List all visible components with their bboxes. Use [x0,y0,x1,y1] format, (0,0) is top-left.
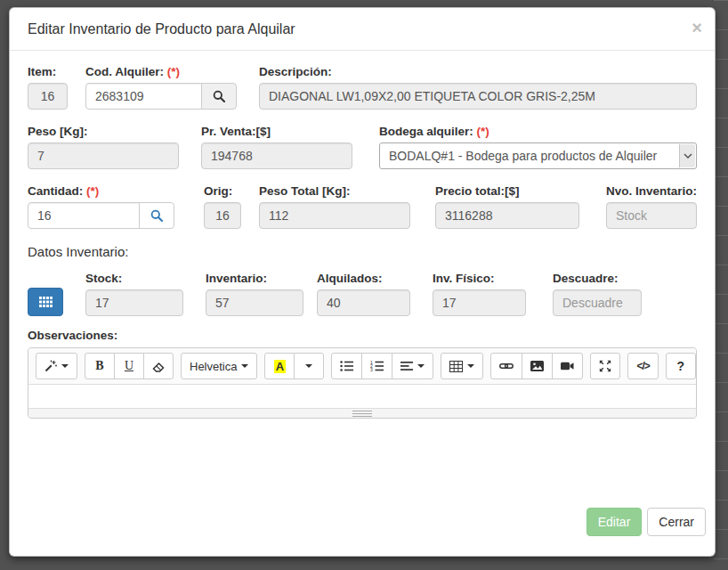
nvo-inventario-label: Nvo. Inventario: [606,184,697,198]
ul-icon [340,361,353,371]
image-icon-button[interactable] [522,353,553,379]
editor-toolbar: B U Helvetica A [28,348,696,385]
svg-text:3: 3 [370,367,373,371]
row-datos-inventario: Stock: Inventario: Alquilados: Inv. Físi… [28,272,697,316]
row-peso-venta-bodega: Peso [Kg]: Pr. Venta:[$] Bodega alquiler… [28,125,697,169]
modal-title: Editar Inventario de Producto para Alqui… [28,21,700,37]
image-icon [530,361,544,371]
view-fullscreen-group [590,353,620,379]
link-button[interactable] [490,353,522,379]
search-icon [150,209,163,222]
descuadre-field [553,289,642,316]
table-button[interactable] [441,353,483,379]
bodega-alquiler-select[interactable]: BODALQ#1 - Bodega para productos de Alqu… [379,142,697,169]
bodega-alquiler-label: Bodega alquiler: (*) [379,125,697,138]
table-group [441,353,483,379]
modal-body: Item: Cod. Alquiler: (*) Descripción: [10,51,715,419]
descuadre-label: Descuadre: [553,272,642,285]
peso-label: Peso [Kg]: [28,125,179,138]
font-color-dropdown-button[interactable] [294,353,324,379]
cantidad-search-button[interactable] [139,202,174,229]
font-family-group: Helvetica [181,353,257,379]
arrows-alt-icon [599,360,611,372]
stock-field [85,289,183,316]
font-style-group: B U [85,353,174,379]
peso-total-label: Peso Total [Kg]: [259,184,410,198]
item-label: Item: [28,65,68,78]
style-group [36,353,77,379]
cod-alquiler-label: Cod. Alquiler: (*) [85,65,237,78]
pr-venta-label: Pr. Venta:[$] [201,125,352,138]
modal-footer: Editar Cerrar [586,508,706,536]
paragraph-align-button[interactable] [392,353,433,379]
observaciones-editor: B U Helvetica A [28,347,697,419]
caret-down-icon [467,364,474,368]
required-asterisk: (*) [477,125,489,138]
nvo-inventario-field [606,202,697,229]
bodega-selected-option: BODALQ#1 - Bodega para productos de Alqu… [389,149,657,163]
cod-alquiler-search-button[interactable] [201,83,237,110]
stock-label: Stock: [85,272,183,285]
help-button[interactable]: ? [666,353,696,379]
search-icon [213,90,225,102]
color-group: A [264,353,324,379]
descripcion-label: Descripción: [259,65,697,78]
insert-group [490,353,583,379]
orig-label: Orig: [204,184,241,198]
observaciones-label: Observaciones: [28,329,697,342]
chevron-down-icon [679,144,695,167]
video-camera-icon [561,362,574,370]
font-color-button[interactable]: A [264,353,295,379]
observaciones-editable-area[interactable] [28,385,696,408]
modal-header: Editar Inventario de Producto para Alqui… [10,8,715,51]
peso-total-field [259,202,410,229]
inventario-field [206,289,303,316]
table-icon [449,361,463,372]
edit-inventory-modal: Editar Inventario de Producto para Alqui… [9,7,716,557]
datos-inventario-heading: Datos Inventario: [28,244,697,259]
codeview-group: </> [627,353,658,379]
precio-total-field [435,202,579,229]
font-family-button[interactable]: Helvetica [181,353,257,379]
pr-venta-field [201,142,352,169]
close-icon[interactable]: × [692,19,702,37]
caret-down-icon [305,364,312,368]
descripcion-field [259,83,697,110]
chain-link-icon [499,360,514,372]
underline-button[interactable]: U [114,353,144,379]
inventario-label: Inventario: [206,272,303,285]
row-item-cod-descripcion: Item: Cod. Alquiler: (*) Descripción: [28,65,697,110]
editar-button[interactable]: Editar [586,508,643,536]
fullscreen-button[interactable] [590,353,620,379]
editor-resize-bar[interactable] [28,408,696,418]
paragraph-group: 123 [331,353,433,379]
clear-format-button[interactable] [143,353,174,379]
cod-alquiler-field[interactable] [85,83,202,110]
inv-fisico-label: Inv. Físico: [433,272,526,285]
cantidad-label: Cantidad: (*) [28,184,174,198]
orig-field [204,202,241,229]
codeview-button[interactable]: </> [627,353,658,379]
cerrar-button[interactable]: Cerrar [647,508,706,536]
ordered-list-button[interactable]: 123 [361,353,392,379]
unordered-list-button[interactable] [331,353,362,379]
ol-icon: 123 [370,361,384,371]
help-group: ? [666,353,696,379]
caret-down-icon [61,364,69,368]
inventory-grid-button[interactable] [28,288,63,316]
bold-button[interactable]: B [85,353,115,379]
background-table-rows [714,0,728,570]
grip-lines-icon [352,411,372,417]
font-name: Helvetica [190,360,237,373]
alquilados-label: Alquilados: [317,272,410,285]
magic-wand-icon [44,360,57,372]
magic-style-button[interactable] [36,353,77,379]
video-camera-icon-button[interactable] [552,353,583,379]
inv-fisico-field [433,289,526,316]
row-cantidad-totales: Cantidad: (*) Orig: Peso Total [Kg]: [28,184,697,229]
caret-down-icon [417,364,425,368]
align-icon [400,361,413,371]
item-field [28,83,68,110]
cantidad-field[interactable] [28,202,140,229]
eraser-icon [152,360,165,372]
